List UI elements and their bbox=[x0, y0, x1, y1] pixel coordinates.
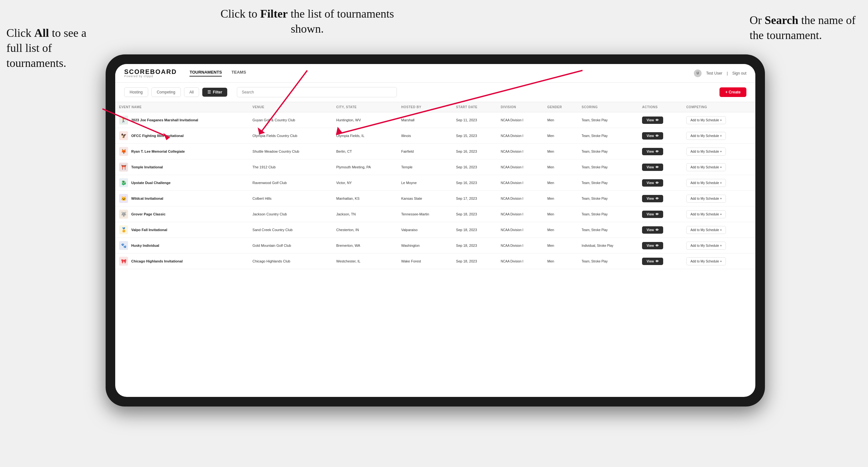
cell-division: NCAA Division I bbox=[497, 112, 544, 128]
cell-competing: Add to My Schedule + bbox=[682, 128, 755, 144]
cell-venue: Guyan Golf & Country Club bbox=[249, 112, 333, 128]
eye-icon: 👁 bbox=[655, 228, 659, 232]
cell-scoring: Team, Stroke Play bbox=[578, 253, 638, 269]
view-button[interactable]: View 👁 bbox=[642, 258, 663, 265]
tab-teams[interactable]: TEAMS bbox=[231, 70, 246, 76]
cell-scoring: Team, Stroke Play bbox=[578, 144, 638, 159]
cell-start-date: Sep 18, 2023 bbox=[452, 222, 497, 238]
view-button[interactable]: View 👁 bbox=[642, 195, 663, 202]
col-gender: GENDER bbox=[544, 102, 578, 112]
cell-venue: Colbert Hills bbox=[249, 191, 333, 207]
cell-start-date: Sep 18, 2023 bbox=[452, 238, 497, 253]
cell-division: NCAA Division I bbox=[497, 144, 544, 159]
cell-division: NCAA Division I bbox=[497, 222, 544, 238]
cell-competing: Add to My Schedule + bbox=[682, 207, 755, 222]
view-button[interactable]: View 👁 bbox=[642, 163, 663, 171]
hosting-tab[interactable]: Hosting bbox=[124, 87, 148, 97]
cell-gender: Men bbox=[544, 128, 578, 144]
cell-start-date: Sep 16, 2023 bbox=[452, 159, 497, 175]
tablet-frame: SCOREBOARD Powered by clippd TOURNAMENTS… bbox=[105, 54, 765, 406]
tablet-screen: SCOREBOARD Powered by clippd TOURNAMENTS… bbox=[115, 64, 755, 397]
view-button[interactable]: View 👁 bbox=[642, 242, 663, 249]
cell-competing: Add to My Schedule + bbox=[682, 238, 755, 253]
eye-icon: 👁 bbox=[655, 181, 659, 185]
event-name-text: 2023 Joe Feaganes Marshall Invitational bbox=[131, 118, 198, 122]
event-icon: ⛩️ bbox=[119, 163, 128, 172]
view-button[interactable]: View 👁 bbox=[642, 148, 663, 155]
cell-scoring: Individual, Stroke Play bbox=[578, 238, 638, 253]
competing-tab[interactable]: Competing bbox=[151, 87, 181, 97]
filter-icon: ☰ bbox=[208, 90, 211, 94]
eye-icon: 👁 bbox=[655, 213, 659, 216]
add-to-schedule-button[interactable]: Add to My Schedule + bbox=[686, 163, 726, 171]
cell-event-name: 🦊 Ryan T. Lee Memorial Collegiate bbox=[115, 144, 249, 159]
tournaments-table: EVENT NAME VENUE CITY, STATE HOSTED BY S… bbox=[115, 102, 755, 269]
logo-area: SCOREBOARD Powered by clippd bbox=[124, 68, 177, 78]
cell-competing: Add to My Schedule + bbox=[682, 222, 755, 238]
event-name-text: Wildcat Invitational bbox=[131, 196, 163, 200]
cell-scoring: Team, Stroke Play bbox=[578, 128, 638, 144]
cell-event-name: 🐺 Grover Page Classic bbox=[115, 207, 249, 222]
add-to-schedule-button[interactable]: Add to My Schedule + bbox=[686, 257, 726, 266]
event-name-text: Chicago Highlands Invitational bbox=[131, 259, 183, 263]
table-container: EVENT NAME VENUE CITY, STATE HOSTED BY S… bbox=[115, 102, 755, 397]
cell-scoring: Team, Stroke Play bbox=[578, 191, 638, 207]
col-actions: ACTIONS bbox=[638, 102, 682, 112]
view-button[interactable]: View 👁 bbox=[642, 226, 663, 234]
add-to-schedule-button[interactable]: Add to My Schedule + bbox=[686, 210, 726, 218]
add-to-schedule-button[interactable]: Add to My Schedule + bbox=[686, 226, 726, 234]
toolbar: Hosting Competing All ☰ Filter + Create bbox=[115, 83, 755, 102]
cell-gender: Men bbox=[544, 207, 578, 222]
filter-button[interactable]: ☰ Filter bbox=[202, 88, 227, 97]
add-to-schedule-button[interactable]: Add to My Schedule + bbox=[686, 242, 726, 250]
event-cell: 🏅 Valpo Fall Invitational bbox=[119, 225, 245, 234]
create-button[interactable]: + Create bbox=[719, 87, 746, 97]
annotation-topcenter: Click to Filter the list of tournaments … bbox=[218, 6, 397, 36]
cell-division: NCAA Division I bbox=[497, 128, 544, 144]
view-button[interactable]: View 👁 bbox=[642, 117, 663, 124]
cell-venue: The 1912 Club bbox=[249, 159, 333, 175]
cell-hosted-by: Washington bbox=[397, 238, 452, 253]
cell-city-state: Huntington, WV bbox=[332, 112, 397, 128]
event-name-text: Valpo Fall Invitational bbox=[131, 228, 167, 232]
add-to-schedule-button[interactable]: Add to My Schedule + bbox=[686, 132, 726, 140]
avatar: U bbox=[694, 69, 702, 77]
event-cell: ⛩️ Temple Invitational bbox=[119, 163, 245, 172]
event-icon: 🐾 bbox=[119, 241, 128, 250]
table-row: 🦅 OFCC Fighting Illini Invitational Olym… bbox=[115, 128, 755, 144]
cell-city-state: Bremerton, WA bbox=[332, 238, 397, 253]
cell-gender: Men bbox=[544, 159, 578, 175]
cell-venue: Olympia Fields Country Club bbox=[249, 128, 333, 144]
view-button[interactable]: View 👁 bbox=[642, 179, 663, 187]
add-to-schedule-button[interactable]: Add to My Schedule + bbox=[686, 148, 726, 156]
eye-icon: 👁 bbox=[655, 259, 659, 263]
search-input[interactable] bbox=[237, 87, 397, 97]
table-header-row: EVENT NAME VENUE CITY, STATE HOSTED BY S… bbox=[115, 102, 755, 112]
add-to-schedule-button[interactable]: Add to My Schedule + bbox=[686, 195, 726, 203]
cell-actions: View 👁 bbox=[638, 238, 682, 253]
cell-city-state: Manhattan, KS bbox=[332, 191, 397, 207]
tab-tournaments[interactable]: TOURNAMENTS bbox=[189, 70, 222, 76]
signout-link[interactable]: Sign out bbox=[732, 71, 746, 75]
search-box bbox=[237, 87, 397, 97]
cell-event-name: 🎀 Chicago Highlands Invitational bbox=[115, 253, 249, 269]
event-name-text: OFCC Fighting Illini Invitational bbox=[131, 134, 184, 137]
cell-scoring: Team, Stroke Play bbox=[578, 159, 638, 175]
event-cell: 🎀 Chicago Highlands Invitational bbox=[119, 257, 245, 266]
cell-hosted-by: Fairfield bbox=[397, 144, 452, 159]
logo-subtitle: Powered by clippd bbox=[124, 75, 177, 78]
all-tab[interactable]: All bbox=[184, 87, 199, 97]
col-start-date: START DATE bbox=[452, 102, 497, 112]
col-hosted-by: HOSTED BY bbox=[397, 102, 452, 112]
logo-title: SCOREBOARD bbox=[124, 68, 177, 75]
eye-icon: 👁 bbox=[655, 150, 659, 153]
cell-actions: View 👁 bbox=[638, 191, 682, 207]
cell-city-state: Plymouth Meeting, PA bbox=[332, 159, 397, 175]
add-to-schedule-button[interactable]: Add to My Schedule + bbox=[686, 116, 726, 124]
cell-city-state: Olympia Fields, IL bbox=[332, 128, 397, 144]
cell-city-state: Berlin, CT bbox=[332, 144, 397, 159]
view-button[interactable]: View 👁 bbox=[642, 211, 663, 218]
cell-actions: View 👁 bbox=[638, 253, 682, 269]
view-button[interactable]: View 👁 bbox=[642, 132, 663, 139]
add-to-schedule-button[interactable]: Add to My Schedule + bbox=[686, 179, 726, 187]
